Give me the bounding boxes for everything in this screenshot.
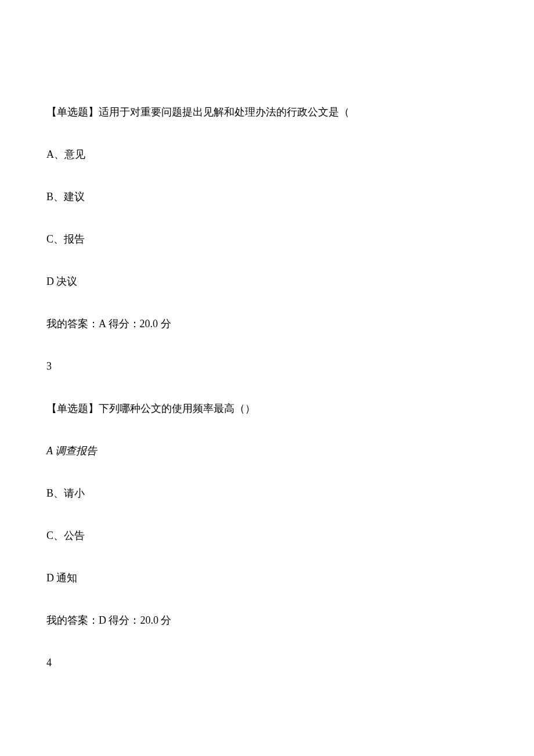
question-2-option-a: A、意见 xyxy=(46,147,488,162)
question-4-number: 4 xyxy=(46,655,488,671)
question-3-answer: 我的答案：D 得分：20.0 分 xyxy=(46,613,488,628)
question-3-number: 3 xyxy=(46,359,488,374)
question-3-option-d: D 通知 xyxy=(46,570,488,586)
question-2-answer: 我的答案：A 得分：20.0 分 xyxy=(46,316,488,332)
question-3-option-c: C、公告 xyxy=(46,528,488,544)
question-3-stem: 【单选题】下列哪种公文的使用频率最高（） xyxy=(46,401,488,417)
question-2-option-c: C、报告 xyxy=(46,231,488,247)
question-3-option-a: A 调查报告 xyxy=(46,443,488,459)
question-2-option-b: B、建议 xyxy=(46,189,488,205)
question-2-option-d: D 决议 xyxy=(46,274,488,290)
question-2-stem: 【单选题】适用于对重要问题提出见解和处理办法的行政公文是（ xyxy=(46,104,488,120)
question-3-option-b: B、请小 xyxy=(46,486,488,501)
